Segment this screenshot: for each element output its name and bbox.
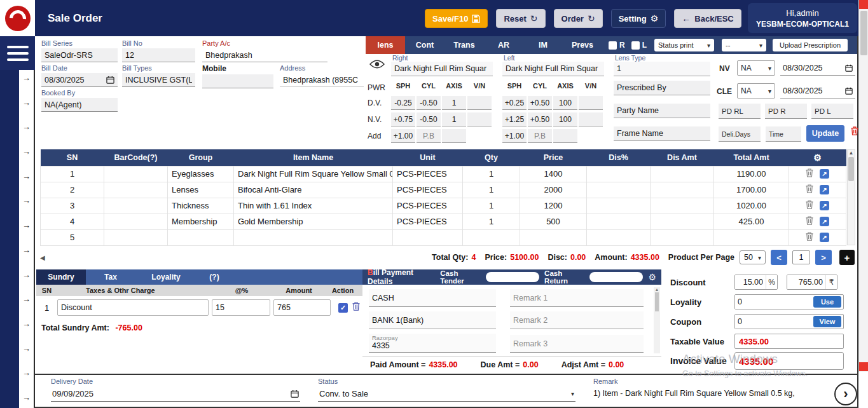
payment-remark-input[interactable] [510, 311, 644, 329]
column-header[interactable]: Total Amt [714, 149, 789, 166]
rx-cell-input[interactable]: P.B [528, 129, 552, 143]
table-row[interactable]: 4 Membership Gold Membership PCS-PIECES … [41, 214, 846, 229]
open-item-button[interactable]: ↗ [820, 185, 829, 194]
rx-cell-input[interactable] [442, 129, 466, 143]
pd-rl-input[interactable]: PD RL [719, 104, 761, 119]
cell-price[interactable]: 1400 [520, 166, 587, 182]
cell-item-name[interactable]: Thin with 1.61 Index [234, 198, 393, 214]
upload-prescription-button[interactable]: Upload Prescription [773, 39, 848, 51]
cell-unit[interactable]: PCS-PIECES [393, 214, 463, 229]
invoice-input[interactable] [734, 352, 844, 370]
payment-remark-input[interactable] [510, 335, 644, 353]
jump-arrow-icon[interactable]: → [22, 344, 31, 353]
order-button[interactable]: Order ↻ [554, 9, 603, 28]
rx-cell-input[interactable] [467, 112, 492, 126]
rx-cell-input[interactable]: +0.75 [391, 112, 415, 126]
rx-tab-lens[interactable]: lens [366, 36, 405, 54]
eye-icon[interactable] [369, 59, 385, 69]
status-print-select[interactable]: Status print ▾ [654, 39, 714, 51]
tab-loyality[interactable]: Loyality [135, 269, 196, 285]
scrollbar-thumb[interactable] [848, 157, 854, 181]
rx-cell-input[interactable]: +1.25 [502, 112, 527, 126]
cell-group[interactable] [168, 229, 234, 245]
rx-cell-input[interactable] [579, 96, 603, 110]
jump-arrow-icon[interactable]: → [22, 221, 31, 229]
nv-date-input[interactable]: 08/30/2025 [780, 60, 855, 76]
cell-qty[interactable]: 1 [463, 198, 520, 214]
open-item-button[interactable]: ↗ [820, 169, 829, 179]
delete-prescription-button[interactable] [851, 126, 858, 138]
left-eye-checkbox[interactable]: L [631, 41, 647, 50]
discount-amt-input[interactable] [787, 275, 825, 289]
jump-arrow-icon[interactable]: → [22, 246, 31, 254]
sundry-delete-button[interactable] [352, 302, 360, 313]
rx-cell-input[interactable]: -0.50 [417, 96, 441, 110]
cash-return-input[interactable] [589, 272, 643, 282]
cell-qty[interactable]: 1 [463, 166, 520, 182]
cell-dis-pct[interactable] [587, 198, 651, 214]
scrollbar-thumb[interactable] [655, 292, 659, 311]
bill-types-input[interactable] [125, 76, 192, 85]
payment-mode-input[interactable] [369, 289, 496, 307]
party-name-input[interactable] [614, 104, 710, 118]
cell-group[interactable]: Lenses [168, 182, 234, 198]
menu-button[interactable] [0, 36, 35, 70]
lens-type-input[interactable] [614, 62, 710, 76]
rx-tab-trans[interactable]: Trans [444, 36, 484, 54]
page-input[interactable] [792, 250, 810, 264]
address-input[interactable] [283, 76, 361, 85]
scroll-left-icon[interactable]: ◀ [40, 254, 45, 261]
cell-unit[interactable] [393, 229, 463, 245]
delete-row-button[interactable] [806, 216, 813, 227]
left-lens-input[interactable] [502, 62, 604, 76]
rx-cell-input[interactable]: 1 [442, 96, 466, 110]
rx-cell-input[interactable]: P.B [417, 129, 441, 143]
cell-qty[interactable] [463, 229, 520, 245]
scroll-up-icon[interactable]: ▲ [655, 287, 659, 292]
rx-cell-input[interactable]: +0.50 [528, 112, 552, 126]
page-next-button[interactable]: > [815, 250, 832, 265]
column-header[interactable]: Item Name [234, 149, 393, 166]
rx-cell-input[interactable]: 1 [442, 112, 466, 126]
booked-by-input[interactable] [45, 100, 114, 109]
open-item-button[interactable]: ↗ [820, 233, 829, 242]
rx-cell-input[interactable]: +1.00 [391, 129, 415, 143]
pd-l-input[interactable]: PD L [811, 104, 853, 119]
jump-arrow-icon[interactable]: → [22, 172, 31, 180]
rx-tab-ar[interactable]: AR [484, 36, 523, 54]
bill-date-input[interactable] [45, 76, 100, 85]
vertical-scrollbar[interactable] [858, 0, 868, 372]
cell-group[interactable]: Thickness [168, 198, 234, 214]
remark-text[interactable]: 1) Item - Dark Night Full Rim Square Yel… [593, 386, 834, 400]
cle-select[interactable]: NA ▾ [737, 83, 775, 99]
loyality-input[interactable] [735, 295, 805, 309]
frame-name-input[interactable] [614, 126, 710, 141]
jump-arrow-icon[interactable]: → [22, 295, 31, 303]
rx-cell-input[interactable]: -0.50 [417, 112, 441, 126]
column-header[interactable]: SN [41, 149, 104, 166]
rx-cell-input[interactable]: +0.50 [528, 96, 552, 110]
column-header[interactable]: Group [168, 149, 234, 166]
jump-arrow-icon[interactable]: → [22, 369, 31, 377]
bill-series-input[interactable] [45, 51, 114, 60]
delete-row-button[interactable] [806, 184, 813, 195]
column-header[interactable]: BarCode(?) [104, 149, 168, 166]
prescribed-by-input[interactable] [614, 81, 710, 95]
cell-barcode[interactable] [104, 229, 168, 245]
cell-group[interactable]: Membership [168, 214, 234, 229]
column-header[interactable]: Qty [463, 149, 520, 166]
rx-tab-cont[interactable]: Cont [405, 36, 444, 54]
calendar-icon[interactable] [845, 64, 853, 72]
table-row[interactable]: 1 Eyeglasses Dark Night Full Rim Square … [41, 166, 846, 182]
cell-item-name[interactable]: Bifocal Anti-Glare [234, 182, 393, 198]
misc-select[interactable]: -- ▾ [722, 39, 766, 51]
per-page-select[interactable]: 50 ▾ [740, 250, 766, 264]
jump-arrow-icon[interactable]: → [22, 196, 31, 205]
cell-item-name[interactable]: Gold Membership [234, 214, 393, 229]
cell-barcode[interactable] [104, 166, 168, 182]
cell-dis-amt[interactable] [651, 182, 714, 198]
deli-days-input[interactable]: Deli.Days [719, 126, 761, 142]
jump-arrow-icon[interactable]: → [22, 271, 31, 279]
bill-no-input[interactable] [125, 51, 192, 60]
scroll-down-button[interactable] [859, 362, 868, 371]
